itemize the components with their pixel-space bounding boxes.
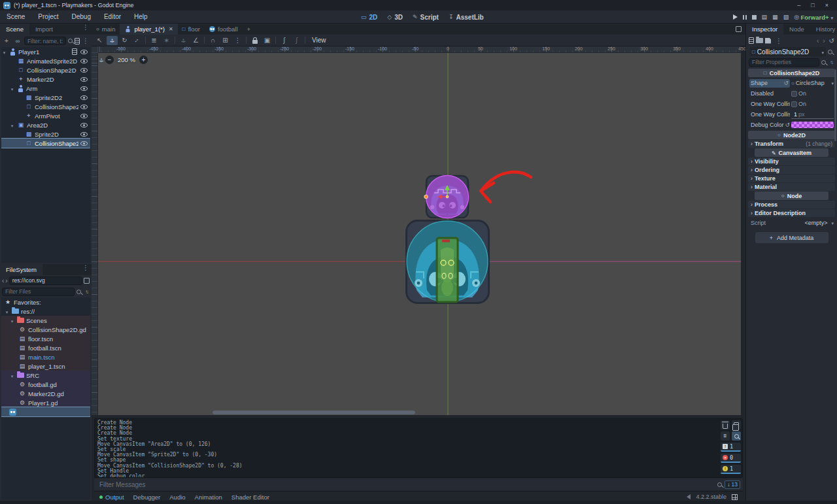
visibility-toggle[interactable] bbox=[80, 95, 88, 100]
file-item-icon-svg[interactable] bbox=[1, 407, 90, 416]
file-filter-input[interactable] bbox=[2, 288, 75, 296]
add-scene-tab-button[interactable]: + bbox=[243, 24, 256, 35]
file-item-favorites[interactable]: Favorites: bbox=[1, 297, 90, 307]
scene-tab-main[interactable]: main bbox=[92, 24, 120, 35]
property-sort-icon[interactable] bbox=[828, 58, 834, 67]
tree-item-area2d[interactable]: Area2D bbox=[1, 120, 90, 129]
tab-output[interactable]: Output bbox=[99, 494, 124, 501]
visibility-toggle[interactable] bbox=[80, 68, 88, 73]
tab-animation[interactable]: Animation bbox=[195, 494, 222, 501]
property-one-way-margin[interactable]: One Way Collisi... 1px bbox=[748, 109, 835, 120]
pan-tool-button[interactable] bbox=[178, 36, 189, 45]
file-item-player1-gd[interactable]: Player1.gd bbox=[1, 398, 90, 407]
play-scene-button[interactable]: ▦ bbox=[772, 14, 778, 20]
inspector-scrollbar[interactable] bbox=[834, 69, 836, 141]
close-button[interactable]: × bbox=[825, 2, 828, 8]
expand-arrow-icon[interactable] bbox=[4, 308, 10, 315]
debug-color-swatch[interactable] bbox=[791, 122, 834, 128]
instance-scene-button[interactable] bbox=[13, 37, 22, 46]
sort-files-icon[interactable] bbox=[83, 287, 90, 296]
section-transform[interactable]: Transform(1 change) bbox=[748, 140, 835, 148]
object-history-button[interactable] bbox=[829, 37, 834, 44]
checkbox[interactable] bbox=[791, 91, 797, 97]
scroll-to-bottom-badge[interactable]: 13 bbox=[725, 480, 740, 489]
tab-import[interactable]: Import bbox=[29, 24, 59, 35]
tree-item-sprite2d[interactable]: Sprite2D bbox=[1, 129, 90, 139]
remote-debug-button[interactable]: ▤ bbox=[762, 14, 768, 20]
tab-filesystem[interactable]: FileSystem bbox=[0, 264, 43, 275]
section-ordering[interactable]: Ordering bbox=[748, 166, 835, 174]
list-select-button[interactable] bbox=[148, 36, 160, 45]
expand-arrow-icon[interactable] bbox=[9, 317, 15, 324]
section-material[interactable]: Material bbox=[748, 183, 835, 191]
visibility-toggle[interactable] bbox=[80, 59, 88, 63]
tab-scene[interactable]: Scene bbox=[0, 24, 29, 35]
messages-filter-toggle[interactable]: !1 bbox=[721, 443, 741, 452]
zoom-level[interactable]: 200 % bbox=[118, 56, 135, 63]
visibility-toggle[interactable] bbox=[80, 123, 88, 127]
tab-inspector[interactable]: Inspector bbox=[746, 24, 783, 35]
tab-audio[interactable]: Audio bbox=[169, 494, 185, 501]
copy-output-button[interactable] bbox=[732, 420, 741, 429]
node-selector-button[interactable]: CollisionShape2D bbox=[750, 47, 826, 56]
visibility-toggle[interactable] bbox=[80, 114, 88, 118]
property-disabled[interactable]: Disabled On bbox=[748, 88, 835, 99]
history-back-button[interactable] bbox=[817, 37, 819, 44]
file-item-football-gd[interactable]: football.gd bbox=[1, 380, 90, 389]
horizontal-scrollbar[interactable] bbox=[213, 411, 415, 414]
play-button[interactable] bbox=[733, 14, 738, 20]
tree-item-collisionshape2d[interactable]: CollisionShape2D bbox=[1, 65, 90, 75]
skeleton-button[interactable] bbox=[279, 36, 290, 45]
file-item-player1-tscn[interactable]: player_1.tscn bbox=[1, 361, 90, 371]
skeleton-options-icon[interactable] bbox=[291, 36, 302, 45]
visibility-toggle[interactable] bbox=[80, 105, 88, 109]
smart-snap-button[interactable] bbox=[207, 36, 218, 45]
distraction-free-icon[interactable] bbox=[736, 26, 742, 32]
tree-item-player1[interactable]: Player1 bbox=[1, 47, 90, 56]
expand-arrow-icon[interactable] bbox=[9, 85, 15, 92]
mode-assetlib-button[interactable]: ↧AssetLib bbox=[449, 14, 484, 21]
chevron-down-icon[interactable] bbox=[831, 220, 834, 226]
select-tool-button[interactable] bbox=[94, 36, 105, 45]
add-node-button[interactable] bbox=[2, 37, 11, 46]
errors-filter-toggle[interactable]: ✕0 bbox=[721, 454, 741, 463]
scene-filter-input[interactable] bbox=[24, 37, 66, 45]
visibility-toggle[interactable] bbox=[80, 141, 88, 146]
expand-arrow-icon[interactable] bbox=[9, 122, 15, 129]
file-item-res[interactable]: res:// bbox=[1, 307, 90, 316]
scene-tab-player1-active[interactable]: player_1(*)✕ bbox=[120, 24, 177, 35]
property-one-way-collision[interactable]: One Way Collisi... On bbox=[748, 99, 835, 109]
revert-icon[interactable] bbox=[783, 80, 789, 86]
toggle-split-mode-icon[interactable] bbox=[84, 278, 90, 284]
lock-selected-button[interactable] bbox=[249, 36, 260, 45]
file-item-src[interactable]: SRC bbox=[1, 371, 90, 380]
mode-3d-button[interactable]: ◇3D bbox=[387, 14, 403, 21]
scene-tab-football[interactable]: football bbox=[205, 24, 243, 35]
ruler-tool-button[interactable] bbox=[190, 36, 201, 45]
scale-tool-button[interactable] bbox=[131, 36, 143, 45]
expand-arrow-icon[interactable] bbox=[9, 372, 15, 379]
clear-output-button[interactable] bbox=[721, 420, 730, 429]
resource-menu-icon[interactable] bbox=[773, 37, 785, 44]
pivot-tool-button[interactable]: ∗ bbox=[161, 36, 172, 45]
maximize-button[interactable]: □ bbox=[811, 2, 814, 8]
tab-node[interactable]: Node bbox=[783, 24, 810, 35]
tree-item-animatedsprite2d[interactable]: AnimatedSprite2D bbox=[1, 56, 90, 65]
movie-maker-button[interactable]: ◎ bbox=[794, 14, 799, 20]
dock-menu-icon[interactable] bbox=[80, 264, 92, 275]
nav-back-button[interactable] bbox=[2, 277, 4, 284]
group-selected-button[interactable] bbox=[262, 36, 273, 45]
new-resource-button[interactable] bbox=[749, 37, 754, 44]
tree-item-arm[interactable]: Arm bbox=[1, 84, 90, 93]
expand-arrow-icon[interactable] bbox=[1, 48, 7, 56]
rotate-tool-button[interactable] bbox=[119, 36, 130, 45]
mode-script-button[interactable]: ✎Script bbox=[413, 14, 439, 21]
menu-scene[interactable]: Scene bbox=[0, 13, 31, 20]
play-custom-scene-button[interactable]: ▧ bbox=[783, 14, 789, 20]
move-tool-button[interactable] bbox=[107, 36, 118, 45]
file-item-scenes[interactable]: Scenes bbox=[1, 316, 90, 325]
output-log[interactable]: Create Node Create Node Create Node Set … bbox=[94, 418, 743, 478]
file-item-collisionshape2d-gd[interactable]: CollisionShape2D.gd bbox=[1, 325, 90, 334]
visibility-toggle[interactable] bbox=[80, 50, 88, 54]
zoom-out-button[interactable]: − bbox=[105, 56, 114, 64]
